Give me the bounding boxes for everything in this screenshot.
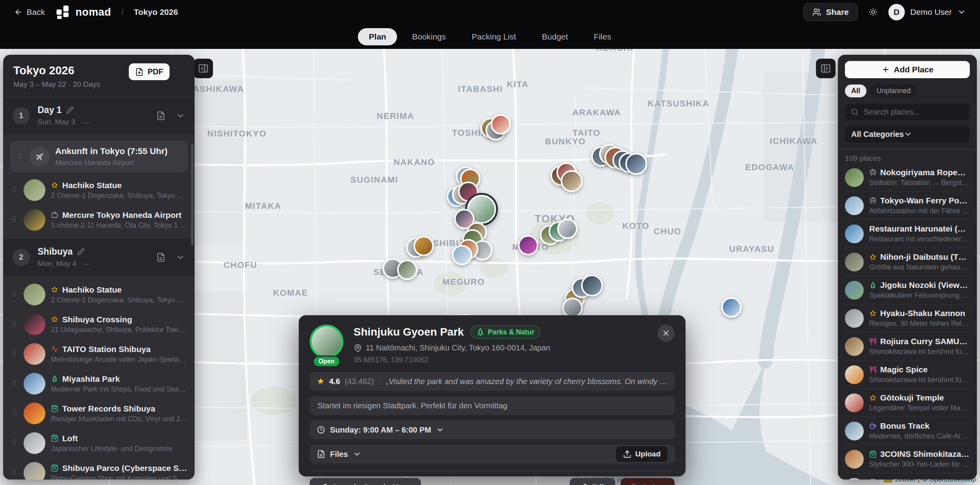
pdf-label: PDF <box>148 67 163 76</box>
collapse-left-panel-button[interactable] <box>193 59 213 78</box>
place-marker[interactable] <box>721 297 742 318</box>
day-header[interactable]: 1Day 1Sun, May 3— <box>3 97 195 134</box>
drag-handle[interactable] <box>10 349 18 359</box>
filter-pill-unplanned[interactable]: Unplanned <box>870 84 917 97</box>
search-icon <box>850 108 859 116</box>
close-card-button[interactable] <box>657 325 675 342</box>
itinerary-place-row[interactable]: Hachiko Statue2 Chome-1 Dogenzaka, Shibu… <box>3 280 195 309</box>
drag-handle[interactable] <box>10 320 18 329</box>
chevron-icon <box>176 111 185 120</box>
place-address: Japanischer Lifestyle- und Designstore <box>51 445 188 453</box>
tab-budget[interactable]: Budget <box>531 28 579 45</box>
place-name: Hachiko Statue <box>62 181 122 190</box>
place-list-item[interactable]: 3COINS ShimokitazawaStylischer 300-Yen-L… <box>845 445 970 473</box>
place-list-item[interactable]: B-Side LabelHochwertige, wasserfeste Sti… <box>845 473 970 480</box>
place-thumbnail <box>845 196 864 215</box>
drag-handle[interactable] <box>10 290 18 299</box>
place-description: Restaurant mit verschiedener Auswahl di… <box>869 235 970 243</box>
place-marker[interactable] <box>397 260 417 280</box>
pencil-icon <box>77 248 85 255</box>
map-pin-icon <box>354 344 362 352</box>
tab-bar: PlanBookingsPacking ListBudgetFiles <box>0 24 980 49</box>
drag-handle[interactable] <box>10 468 18 478</box>
collapse-day-button[interactable] <box>176 111 185 120</box>
category-dropdown[interactable]: All Categories <box>845 126 970 143</box>
place-list-item[interactable]: Gōtokuji TempleLegendärer Tempel voller … <box>845 389 970 417</box>
itinerary-place-row[interactable]: Shibuya Crossing21 Udagawacho, Shibuya, … <box>3 309 195 339</box>
filter-pill-all[interactable]: All <box>845 84 866 97</box>
scrollbar-thumb[interactable] <box>191 144 193 246</box>
place-thumbnail <box>845 168 864 187</box>
place-list-item[interactable]: Rojiura Curry SAMURAI. Shim…Shimokitazaw… <box>845 332 970 361</box>
bag-icon <box>51 464 58 472</box>
search-input[interactable] <box>863 107 964 117</box>
itinerary-place-row[interactable]: Mercure Tokyo Haneda Airport1-chōme-2-11… <box>3 205 195 235</box>
drag-handle[interactable] <box>16 152 24 162</box>
place-marker[interactable] <box>581 275 603 296</box>
tab-files[interactable]: Files <box>583 28 622 45</box>
itinerary-place-row[interactable]: LoftJapanischer Lifestyle- und Designsto… <box>3 428 195 458</box>
rating-review-row[interactable]: ★ 4.6 (43.462) · „Visited the park and w… <box>310 372 675 391</box>
place-marker[interactable] <box>625 153 647 175</box>
place-list-item[interactable]: Magic SpiceShimokitazawa ist berühmt für… <box>845 361 970 389</box>
stop-card[interactable]: Ankunft in Tokyo (7:55 Uhr)Mercure Haned… <box>10 141 188 172</box>
theme-toggle-button[interactable] <box>869 8 877 16</box>
add-place-button[interactable]: Add Place <box>845 61 970 78</box>
itinerary-place-row[interactable]: Miyashita ParkModerner Park mit Shops, F… <box>3 369 195 399</box>
drag-handle[interactable] <box>10 409 18 418</box>
user-menu[interactable]: D Demo User <box>888 4 966 20</box>
star-filled-icon: ★ <box>317 376 325 386</box>
pdf-export-button[interactable]: PDF <box>129 63 170 80</box>
district-label: ITABASHI <box>458 84 503 94</box>
opening-hours-row[interactable]: Sunday: 9:00 AM – 6:00 PM <box>310 420 675 439</box>
district-label: NAKANO <box>393 157 435 167</box>
place-marker[interactable] <box>561 170 583 192</box>
edit-button[interactable]: Edit <box>570 478 615 485</box>
place-name: Tower Records Shibuya <box>62 404 155 413</box>
places-count: 109 places <box>845 154 970 163</box>
day-header[interactable]: 2ShibuyaMon, May 4— <box>3 239 195 276</box>
tab-bookings[interactable]: Bookings <box>401 28 457 45</box>
itinerary-place-row[interactable]: Tower Records ShibuyaRiesiger Musikladen… <box>3 399 195 428</box>
note-input[interactable] <box>317 401 668 411</box>
drag-handle[interactable] <box>10 379 18 388</box>
share-button[interactable]: Share <box>803 3 857 21</box>
back-button[interactable]: Back <box>14 7 45 17</box>
district-label: ICHIKAWA <box>770 136 818 146</box>
user-name: Demo User <box>910 7 952 17</box>
district-label: ADACHI <box>596 49 633 53</box>
brand-logo[interactable]: nomad <box>55 4 111 20</box>
place-name: Shibuya Parco (Cyberspace Shibuya) <box>62 463 188 473</box>
collapse-day-button[interactable] <box>176 253 185 262</box>
itinerary-place-row[interactable]: Hachiko Statue2 Chome-1 Dogenzaka, Shibu… <box>3 175 195 205</box>
tab-packing-list[interactable]: Packing List <box>461 28 527 45</box>
place-thumbnail <box>23 462 45 480</box>
drag-handle[interactable] <box>10 185 18 195</box>
files-row[interactable]: Files Upload <box>310 445 675 463</box>
place-list-item[interactable]: Bonus TrackModernes, dörfliches Café-Are… <box>845 417 970 445</box>
itinerary-place-row[interactable]: Shibuya Parco (Cyberspace Shibuya)Retro-… <box>3 458 195 480</box>
collapse-right-panel-button[interactable] <box>816 59 836 78</box>
place-marker[interactable] <box>557 219 578 239</box>
place-marker[interactable] <box>518 235 538 255</box>
upload-button[interactable]: Upload <box>616 446 668 462</box>
place-detail-card: Open Shinjuku Gyoen Park Parks & Natur 1… <box>299 315 686 476</box>
delete-button[interactable]: Delete <box>621 478 675 485</box>
open-google-maps-button[interactable]: Open in Google Maps <box>310 478 421 485</box>
place-marker[interactable] <box>491 114 511 135</box>
drag-handle[interactable] <box>10 215 18 225</box>
place-list-item[interactable]: Nokogiriyama Ropeway Sum…Seilbahn: Talst… <box>845 163 970 192</box>
place-list-item[interactable]: Tokyo-Wan Ferry Port Kuriha…Abfahrtsstat… <box>845 192 970 220</box>
itinerary-place-row[interactable]: TAITO Station ShibuyaMehrstöckige Arcade… <box>3 339 195 369</box>
place-list-item[interactable]: Nihon-ji Daibutsu (The Great …Größte aus… <box>845 248 970 276</box>
day-number: 1 <box>13 107 30 124</box>
place-list-item[interactable]: Jigoku Nozoki (View of Hell)Spektakuläre… <box>845 276 970 304</box>
place-list-item[interactable]: Restaurant Harunatei (Kanaya Po…Restaura… <box>845 220 970 248</box>
tab-plan[interactable]: Plan <box>358 28 397 45</box>
nomad-logo-icon <box>55 4 71 20</box>
drag-handle[interactable] <box>10 438 18 448</box>
place-marker[interactable] <box>452 245 472 265</box>
place-list-item[interactable]: Hyaku-Shaku KannonRiesiges, 30 Meter hoh… <box>845 304 970 332</box>
place-marker[interactable] <box>413 236 434 256</box>
place-address: 1-chōme-2-11 Haneda, Ota City, Tokyo 144… <box>51 221 188 230</box>
